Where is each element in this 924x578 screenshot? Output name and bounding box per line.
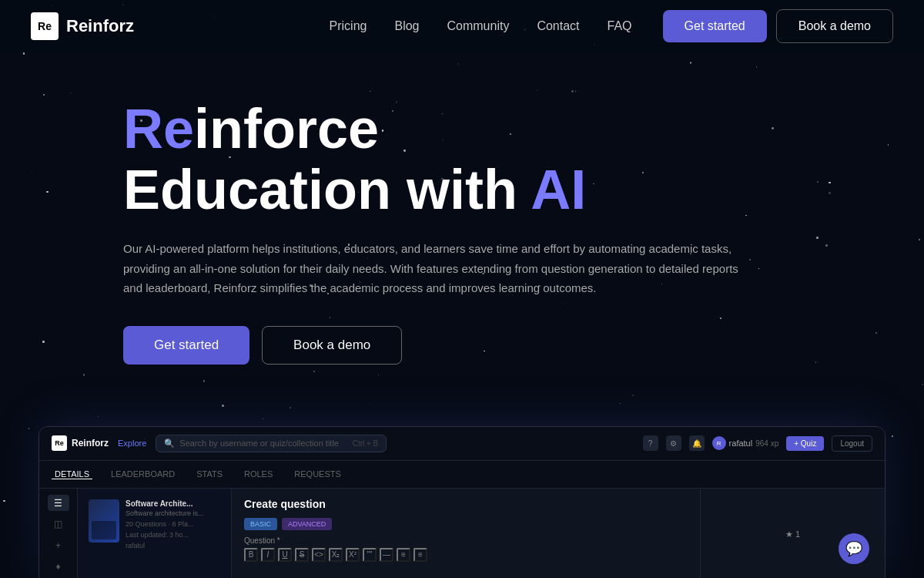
create-toolbar: B I U S <> X₂ X² "" — ≡ ≡ [244,548,688,562]
nav-link-pricing[interactable]: Pricing [330,19,367,32]
toolbar-italic[interactable]: I [261,548,275,562]
user-avatar: R [712,436,726,450]
nav-link-community[interactable]: Community [447,19,510,32]
list-item-questions: 20 Questions · 6 Pla... [126,520,220,528]
toolbar-list-ol[interactable]: ≡ [397,548,410,562]
chat-bubble[interactable]: 💬 [839,533,869,564]
app-tabs: DETAILS LEADERBOARD STATS ROLES REQUESTS [39,461,885,489]
app-bar-right: ? ⚙ 🔔 R rafatul 964 xp + Quiz Logout [643,435,872,452]
sidebar-home-icon[interactable]: ☰ [48,495,69,512]
toolbar-sub[interactable]: X₂ [329,548,343,562]
nav-link-contact[interactable]: Contact [537,19,579,32]
hero-book-demo-button[interactable]: Book a demo [262,326,402,365]
app-user: R rafatul 964 xp [712,436,779,450]
tab-details[interactable]: DETAILS [52,469,92,479]
list-item-author: rafatul [126,542,220,549]
toolbar-strikethrough[interactable]: S [295,548,309,562]
create-panel-title: Create question [244,498,688,510]
badge-advanced[interactable]: ADVANCED [282,518,332,530]
search-icon: 🔍 [164,439,175,449]
nav-get-started-button[interactable]: Get started [663,10,767,42]
hero-title: Reinforce Education with AI [123,99,801,220]
nav-links: Pricing Blog Community Contact FAQ [330,19,632,33]
user-xp: 964 xp [755,439,778,448]
sidebar-icon-4[interactable]: ♦ [48,558,69,575]
tab-roles[interactable]: ROLES [241,469,276,479]
list-item-info: Software Archite... Software architectur… [126,499,220,549]
toolbar-code[interactable]: <> [312,548,326,562]
toolbar-list-ul[interactable]: ≡ [413,548,427,562]
tab-stats[interactable]: STATS [193,469,226,479]
notification-icon[interactable]: 🔔 [689,435,705,451]
list-item-subtitle: Software architecture is... [126,509,220,517]
hero-section: Reinforce Education with AI Our AI-power… [0,52,924,426]
app-logo-text: Reinforz [72,438,109,449]
create-question-panel: Create question BASIC ADVANCED Question … [232,489,700,578]
app-bar-logo[interactable]: Re Reinforz [52,435,109,451]
list-item-title: Software Archite... [126,499,220,508]
toolbar-quote[interactable]: "" [363,548,377,562]
hero-title-line2: Education with [123,159,531,220]
app-search-placeholder: Search by username or quiz/collection ti… [179,439,339,448]
help-icon[interactable]: ? [643,435,658,451]
hero-buttons: Get started Book a demo [123,326,801,365]
tab-leaderboard[interactable]: LEADERBOARD [108,469,178,479]
toolbar-sup[interactable]: X² [346,548,360,562]
app-sidebar: ☰ ◫ + ♦ [39,489,78,578]
logo[interactable]: Re Reinforz [31,12,134,40]
app-bar: Re Reinforz Explore 🔍 Search by username… [39,427,885,461]
toolbar-hr[interactable]: — [380,548,393,562]
star-rating: ★ 1 [785,529,800,539]
question-label: Question * [244,536,688,545]
nav-link-faq[interactable]: FAQ [608,19,632,32]
logo-icon: Re [31,12,59,40]
sidebar-icon-3[interactable]: + [48,537,69,554]
hero-get-started-button[interactable]: Get started [123,326,249,365]
app-preview: Re Reinforz Explore 🔍 Search by username… [38,426,886,578]
sidebar-icon-2[interactable]: ◫ [48,516,69,533]
app-content: ☰ ◫ + ♦ Software Archite... Software arc… [39,489,885,578]
list-item-thumbnail [89,499,119,543]
settings-icon[interactable]: ⚙ [666,435,681,451]
tab-requests[interactable]: REQUESTS [291,469,344,479]
app-list-panel: Software Archite... Software architectur… [78,489,232,578]
hero-title-inforce: inforce [194,98,379,160]
user-name: rafatul [729,439,753,448]
list-item-updated: Last updated: 3 ho... [126,531,220,539]
app-search-bar[interactable]: 🔍 Search by username or quiz/collection … [156,435,387,452]
app-quiz-button[interactable]: + Quiz [786,436,824,451]
toolbar-underline[interactable]: U [278,548,292,562]
list-item[interactable]: Software Archite... Software architectur… [84,495,225,554]
search-shortcut: Ctrl + B [353,439,379,448]
badge-basic[interactable]: BASIC [244,518,277,530]
app-main: Software Archite... Software architectur… [78,489,885,578]
app-logo-icon: Re [52,435,67,451]
app-logout-button[interactable]: Logout [832,435,872,452]
hero-description: Our AI-powered platform helps institutio… [123,239,755,298]
hero-title-ai: AI [531,159,586,220]
nav-link-blog[interactable]: Blog [394,19,419,32]
app-explore-label[interactable]: Explore [118,439,146,448]
toolbar-bold[interactable]: B [244,548,258,562]
create-panel-badges: BASIC ADVANCED [244,518,688,530]
nav-book-demo-button[interactable]: Book a demo [776,9,893,43]
hero-title-re: Re [123,98,194,160]
logo-text: Reinforz [66,16,134,36]
navbar: Re Reinforz Pricing Blog Community Conta… [0,0,924,52]
